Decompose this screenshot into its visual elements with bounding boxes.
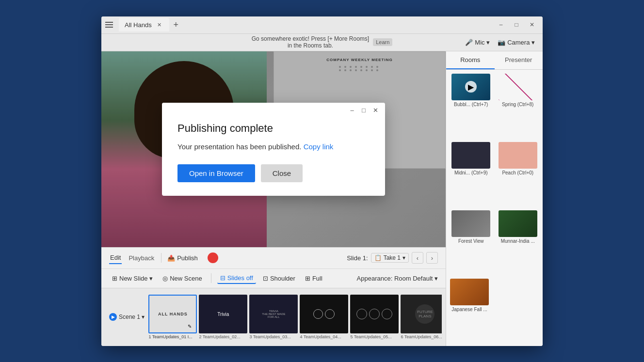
room-thumb-bubbl: ▶ — [451, 74, 490, 100]
new-scene-icon: ◎ — [162, 275, 168, 282]
new-tab-button[interactable]: + — [169, 18, 183, 31]
room-label-spring: Spring (Ctrl+8) — [502, 102, 533, 107]
camera-label: Camera ▾ — [507, 39, 535, 46]
slide-info-label: Slide 1: — [347, 254, 368, 262]
modal-maximize-button[interactable]: □ — [358, 105, 370, 116]
slide-thumb-5[interactable] — [350, 295, 399, 333]
learn-button[interactable]: Learn — [373, 38, 392, 46]
slide-container-3: TRIVIATHE BEST MADEFOR ALL 3 TeamUpdates… — [249, 295, 298, 339]
slide-info: Slide 1: 📋 Take 1 ▾ ‹ › — [347, 252, 438, 264]
slide-toolbar-divider — [211, 273, 211, 283]
slides-row: ALL HANDS ✎ 1 TeamUpdates_01 I... Trivia… — [148, 295, 442, 339]
edit-tab[interactable]: Edit — [109, 252, 122, 264]
slide-container-4: 4 TeamUpdates_04... — [300, 295, 348, 339]
rooms-tab[interactable]: Rooms — [446, 51, 495, 69]
app-window: All Hands ✕ + – □ ✕ Go somewhere exotic!… — [101, 16, 543, 346]
slide-label-5: 5 TeamUpdates_05... — [350, 334, 399, 339]
modal-close-button[interactable]: ✕ — [370, 105, 381, 116]
close-button[interactable]: ✕ — [525, 18, 539, 31]
modal-body: Publishing complete Your presentation ha… — [162, 118, 385, 196]
right-panel-tabs: Rooms Presenter — [446, 51, 543, 70]
slide-thumb-3[interactable]: TRIVIATHE BEST MADEFOR ALL — [249, 295, 298, 333]
tab-close-icon[interactable]: ✕ — [156, 21, 163, 29]
appearance-selector[interactable]: Appearance: Room Default ▾ — [357, 275, 438, 282]
slide-strip: ▶ Scene 1 ▾ ALL HANDS ✎ 1 TeamUpdates_01… — [101, 288, 446, 346]
full-button[interactable]: ⊞ Full — [302, 273, 325, 283]
mic-label: Mic ▾ — [475, 39, 490, 46]
slide-thumb-6[interactable]: FUTUREPLANS — [401, 295, 442, 333]
full-icon: ⊞ — [305, 275, 310, 282]
playback-tab[interactable]: Playback — [128, 252, 155, 264]
room-item-midni[interactable]: Midni... (Ctrl+9) — [448, 140, 494, 207]
shoulder-icon: ⊡ — [263, 275, 268, 282]
room-thumb-munnar — [499, 210, 537, 237]
new-slide-icon: ⊞ — [112, 275, 117, 282]
new-scene-button[interactable]: ◎ New Scene — [160, 273, 205, 283]
modal-message: Your presentation has been published. Co… — [177, 142, 370, 151]
slide-thumb-1[interactable]: ALL HANDS ✎ — [148, 295, 197, 333]
camera-button[interactable]: 📷 Camera ▾ — [498, 39, 535, 46]
modal-title: Publishing complete — [177, 122, 370, 135]
left-panel: COMPANY WEEKLY MEETING — [101, 51, 446, 346]
room-item-spring[interactable]: Spring (Ctrl+8) — [495, 72, 541, 139]
slide-container-5: 5 TeamUpdates_05... — [350, 295, 399, 339]
mic-button[interactable]: 🎤 Mic ▾ — [465, 39, 490, 46]
maximize-button[interactable]: □ — [510, 18, 523, 31]
room-play-icon: ▶ — [465, 81, 477, 93]
slide-label-3: 3 TeamUpdates_03... — [249, 334, 298, 339]
room-label-munnar: Munnar-India ... — [501, 238, 535, 244]
bottom-toolbar: Edit Playback 📤 Publish Slide 1: 📋 Take … — [101, 247, 446, 268]
room-thumb-peach — [499, 142, 537, 169]
room-item-munnar[interactable]: Munnar-India ... — [495, 208, 541, 276]
publish-button[interactable]: 📤 Publish — [167, 254, 198, 262]
window-controls: – □ ✕ — [494, 18, 539, 31]
mic-icon: 🎤 — [465, 39, 473, 46]
slide-label-6: 6 TeamUpdates_06... — [401, 334, 442, 339]
slides-off-button[interactable]: ⊟ Slides off — [217, 273, 256, 284]
room-label-bubbl: Bubbl... (Ctrl+7) — [454, 102, 488, 107]
new-slide-button[interactable]: ⊞ New Slide ▾ — [109, 273, 156, 283]
take-chevron: ▾ — [402, 254, 405, 261]
toolbar-divider — [161, 253, 161, 263]
room-thumb-midni — [451, 142, 490, 169]
prev-slide-button[interactable]: ‹ — [412, 252, 423, 264]
publishing-complete-modal: – □ ✕ Publishing complete Your presentat… — [162, 103, 385, 196]
title-bar: All Hands ✕ + – □ ✕ — [101, 16, 543, 34]
slides-off-icon: ⊟ — [220, 274, 225, 282]
menu-icon[interactable] — [105, 20, 115, 30]
slide-toolbar: ⊞ New Slide ▾ ◎ New Scene ⊟ Slides off ⊡… — [101, 268, 446, 288]
slide-label-1: 1 TeamUpdates_01 I... — [148, 334, 197, 339]
main-content: COMPANY WEEKLY MEETING — [101, 51, 543, 346]
publish-icon: 📤 — [167, 254, 175, 262]
record-button[interactable] — [208, 252, 218, 263]
take-selector[interactable]: 📋 Take 1 ▾ — [371, 253, 409, 263]
tab-title: All Hands — [125, 21, 152, 29]
room-item-peach[interactable]: Peach (Ctrl+0) — [495, 140, 541, 207]
next-slide-button[interactable]: › — [426, 252, 438, 264]
room-item-forest[interactable]: Forest View — [448, 208, 494, 276]
minimize-button[interactable]: – — [494, 18, 508, 31]
room-thumb-japfall — [450, 279, 489, 305]
room-item-japfall[interactable]: Japanese Fall ... — [448, 277, 491, 344]
slide-label-4: 4 TeamUpdates_04... — [300, 334, 348, 339]
scene-label[interactable]: ▶ Scene 1 ▾ — [105, 313, 148, 321]
shoulder-button[interactable]: ⊡ Shoulder — [260, 273, 298, 283]
slide-thumb-4[interactable] — [300, 295, 348, 333]
modal-actions: Open in Browser Close — [177, 164, 370, 182]
slide-thumb-2[interactable]: Trivia — [199, 295, 247, 333]
scene-play-icon: ▶ — [109, 313, 117, 321]
modal-close-dialog-button[interactable]: Close — [261, 164, 303, 182]
modal-minimize-button[interactable]: – — [346, 105, 358, 116]
copy-link-button[interactable]: Copy link — [304, 142, 334, 151]
modal-overlay: – □ ✕ Publishing complete Your presentat… — [101, 51, 446, 247]
room-label-japfall: Japanese Fall ... — [451, 307, 487, 312]
av-controls: 🎤 Mic ▾ 📷 Camera ▾ — [465, 39, 535, 46]
presenter-tab[interactable]: Presenter — [495, 51, 543, 69]
slide-container-2: Trivia 2 TeamUpdates_02... — [199, 295, 247, 339]
room-label-midni: Midni... (Ctrl+9) — [454, 170, 488, 175]
room-item-bubbl[interactable]: ▶ Bubbl... (Ctrl+7) — [448, 72, 494, 139]
slide-container-1: ALL HANDS ✎ 1 TeamUpdates_01 I... — [148, 295, 197, 339]
tab-all-hands[interactable]: All Hands ✕ — [119, 18, 169, 31]
open-in-browser-button[interactable]: Open in Browser — [177, 164, 255, 182]
info-bar: Go somewhere exotic! Press [+ More Rooms… — [101, 34, 543, 51]
